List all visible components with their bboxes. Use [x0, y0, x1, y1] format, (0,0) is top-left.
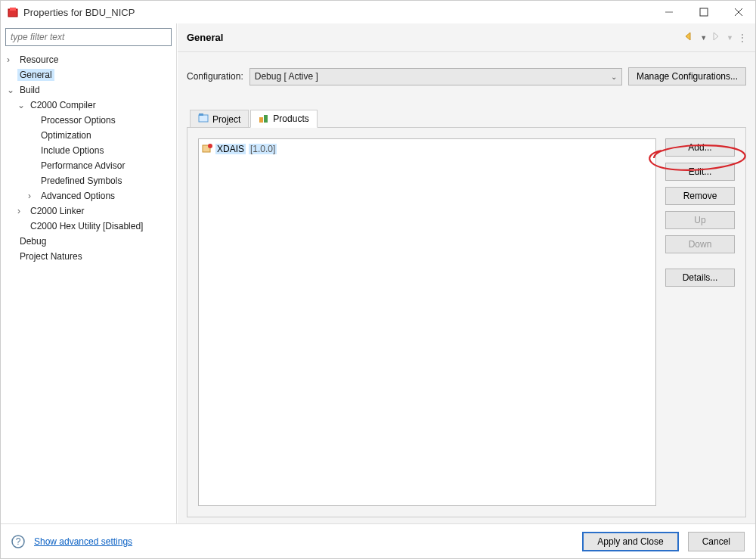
manage-configurations-button[interactable]: Manage Configurations... [628, 67, 746, 85]
menu-dots-icon[interactable]: ⋮ [738, 33, 746, 43]
svg-text:?: ? [16, 536, 21, 547]
tree-item-processor-options[interactable]: Processor Options [1, 113, 176, 128]
svg-rect-9 [264, 115, 268, 123]
tree-item-debug[interactable]: Debug [1, 234, 176, 249]
tab-products[interactable]: Products [250, 110, 317, 128]
tree-item-c2000-linker[interactable]: ›C2000 Linker [1, 203, 176, 219]
tab-project[interactable]: Project [190, 110, 249, 128]
details-button[interactable]: Details... [665, 269, 735, 287]
tree-item-predefined-symbols[interactable]: Predefined Symbols [1, 173, 176, 188]
titlebar: Properties for BDU_NICP [1, 1, 755, 23]
tree-item-c2000-compiler[interactable]: ⌄C2000 Compiler [1, 98, 176, 113]
filter-input[interactable] [5, 28, 172, 46]
remove-button[interactable]: Remove [665, 187, 735, 205]
product-version: [1.0.0] [249, 144, 277, 154]
up-button[interactable]: Up [665, 211, 735, 229]
tree-item-advanced-options[interactable]: ›Advanced Options [1, 188, 176, 203]
forward-dropdown-icon: ▼ [727, 34, 733, 42]
close-button[interactable] [728, 5, 749, 20]
app-icon [7, 6, 19, 18]
down-button[interactable]: Down [665, 235, 735, 253]
nav-tree: ›Resource General ⌄Build ⌄C2000 Compiler… [1, 51, 176, 523]
forward-icon[interactable] [711, 32, 722, 43]
svg-rect-3 [700, 8, 708, 16]
edit-button[interactable]: Edit... [665, 163, 735, 181]
tree-item-performance-advisor[interactable]: Performance Advisor [1, 158, 176, 173]
content-pane: General ▼ ▼ ⋮ Configuration: Debug [ Act… [177, 23, 755, 523]
dialog-footer: ? Show advanced settings Apply and Close… [1, 523, 755, 558]
sidebar: ›Resource General ⌄Build ⌄C2000 Compiler… [1, 23, 177, 523]
tree-item-general[interactable]: General [1, 67, 176, 82]
products-tab-icon [259, 113, 269, 126]
list-item[interactable]: XDAIS [1.0.0] [202, 142, 652, 156]
back-icon[interactable] [685, 32, 696, 43]
svg-rect-7 [199, 113, 203, 116]
minimize-button[interactable] [658, 5, 680, 20]
maximize-button[interactable] [693, 5, 714, 20]
section-title: General [187, 32, 685, 43]
apply-and-close-button[interactable]: Apply and Close [582, 532, 678, 551]
window-title: Properties for BDU_NICP [23, 7, 658, 18]
tree-item-optimization[interactable]: Optimization [1, 128, 176, 143]
help-icon[interactable]: ? [11, 535, 25, 548]
tree-item-resource[interactable]: ›Resource [1, 52, 176, 67]
product-name: XDAIS [215, 144, 246, 154]
chevron-down-icon: ⌄ [611, 73, 617, 81]
svg-rect-6 [199, 115, 208, 122]
svg-point-11 [208, 144, 212, 148]
cancel-button[interactable]: Cancel [688, 532, 745, 551]
tree-item-include-options[interactable]: Include Options [1, 143, 176, 158]
project-tab-icon [198, 113, 209, 126]
configuration-label: Configuration: [187, 71, 243, 82]
back-dropdown-icon[interactable]: ▼ [700, 34, 707, 42]
add-button[interactable]: Add... [665, 138, 735, 157]
svg-rect-8 [259, 117, 263, 123]
tree-item-c2000-hex-utility[interactable]: C2000 Hex Utility [Disabled] [1, 219, 176, 234]
products-panel: XDAIS [1.0.0] Add... Edit... Remove Up D… [187, 127, 746, 517]
products-list[interactable]: XDAIS [1.0.0] [198, 138, 656, 506]
package-icon [202, 143, 212, 156]
configuration-dropdown[interactable]: Debug [ Active ] ⌄ [249, 68, 622, 85]
svg-rect-1 [10, 8, 16, 11]
tree-item-project-natures[interactable]: Project Natures [1, 249, 176, 264]
tree-item-build[interactable]: ⌄Build [1, 82, 176, 98]
show-advanced-link[interactable]: Show advanced settings [34, 536, 132, 547]
